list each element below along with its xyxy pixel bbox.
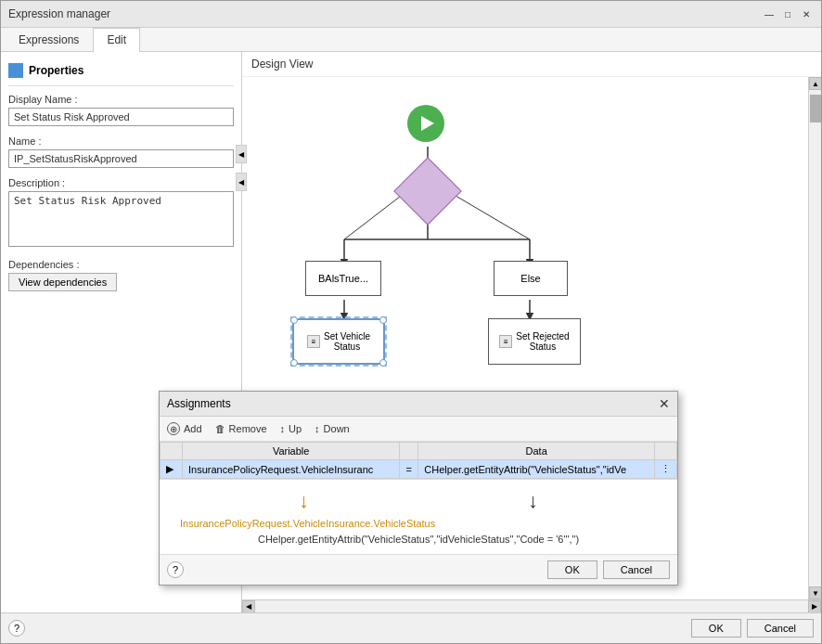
svg-line-9 xyxy=(451,193,530,239)
scroll-down-btn[interactable]: ▼ xyxy=(809,586,821,599)
dialog-help-button[interactable]: ? xyxy=(167,561,184,578)
scroll-track xyxy=(809,90,821,586)
row-data-cell[interactable]: CHelper.getEntityAttrib("VehicleStatus",… xyxy=(418,460,655,479)
conn-dot-tl xyxy=(290,316,298,324)
col-data-header: Data xyxy=(418,443,655,460)
dialog-footer-buttons: OK Cancel xyxy=(547,560,670,579)
add-icon: ⊕ xyxy=(167,422,180,435)
flow-decision-node[interactable] xyxy=(393,157,462,225)
assignments-dialog[interactable]: Assignments ✕ ⊕ Add 🗑 Remove ↕ Up ↕ xyxy=(159,391,678,586)
col-action-header xyxy=(655,443,677,460)
tab-bar: Expressions Edit xyxy=(1,28,821,52)
display-name-group: Display Name : xyxy=(8,94,234,126)
dialog-close-button[interactable]: ✕ xyxy=(659,396,670,411)
scroll-right-btn[interactable]: ▶ xyxy=(808,600,821,613)
dialog-table-area: Variable Data ▶ InsurancePolicyRequest.V… xyxy=(160,442,677,479)
dialog-title: Assignments xyxy=(167,397,231,410)
dialog-cancel-button[interactable]: Cancel xyxy=(603,560,670,579)
col-arrow-header xyxy=(161,443,183,460)
main-footer: ? OK Cancel xyxy=(1,612,821,643)
scroll-up-btn[interactable]: ▲ xyxy=(809,77,821,90)
conn-dot-br xyxy=(379,359,387,367)
main-footer-buttons: OK Cancel xyxy=(691,619,814,638)
flow-set-vehicle-node[interactable]: ≡ Set VehicleStatus xyxy=(292,318,385,365)
maximize-button[interactable]: □ xyxy=(780,6,795,21)
flow-start-node[interactable] xyxy=(407,105,444,142)
assignments-table: Variable Data ▶ InsurancePolicyRequest.V… xyxy=(160,442,677,479)
flow-else-node[interactable]: Else xyxy=(494,261,568,296)
title-bar: Expression manager — □ ✕ xyxy=(1,1,821,28)
design-view-header: Design View xyxy=(242,52,821,77)
expression-area: ↓ ↓ InsurancePolicyRequest.VehicleInsura… xyxy=(160,479,677,554)
up-icon: ↕ xyxy=(280,423,286,434)
vehicle-node-icon: ≡ xyxy=(307,335,320,348)
arrow-indicators: ↓ ↓ xyxy=(171,489,666,518)
window-title: Expression manager xyxy=(8,7,110,20)
dependencies-group: Dependencies : View dependencies xyxy=(8,259,234,291)
col-op-header xyxy=(400,443,418,460)
properties-title: Properties xyxy=(29,64,83,77)
remove-icon: 🗑 xyxy=(215,423,225,434)
bals-true-label: BAlsTrue... xyxy=(318,273,368,284)
name-group: Name : xyxy=(8,135,234,168)
start-icon xyxy=(421,116,434,131)
col-variable-header: Variable xyxy=(183,443,400,460)
collapse-arrow-1[interactable]: ◀ xyxy=(236,145,247,163)
expr-variable: InsurancePolicyRequest.VehicleInsurance.… xyxy=(171,518,666,529)
row-op-cell: = xyxy=(400,460,418,479)
display-name-input[interactable] xyxy=(8,108,234,126)
row-arrow-cell: ▶ xyxy=(161,460,183,479)
scroll-left-btn[interactable]: ◀ xyxy=(242,600,255,613)
conn-dot-tr xyxy=(379,316,387,324)
remove-button[interactable]: 🗑 Remove xyxy=(215,423,267,434)
main-window: Expression manager — □ ✕ Expressions Edi… xyxy=(0,0,822,644)
rejected-node-label: Set RejectedStatus xyxy=(516,331,569,352)
minimize-button[interactable]: — xyxy=(762,6,777,21)
main-ok-button[interactable]: OK xyxy=(691,619,741,638)
up-button[interactable]: ↕ Up xyxy=(280,423,302,434)
name-label: Name : xyxy=(8,135,234,147)
collapse-arrow-2[interactable]: ◀ xyxy=(236,173,247,191)
name-input[interactable] xyxy=(8,149,234,168)
conn-dot-bl xyxy=(290,359,298,367)
close-button[interactable]: ✕ xyxy=(799,6,814,21)
down-icon: ↕ xyxy=(315,423,320,434)
vehicle-node-label: Set VehicleStatus xyxy=(324,331,370,352)
expr-data: CHelper.getEntityAttrib("VehicleStatus",… xyxy=(171,534,666,545)
window-controls: — □ ✕ xyxy=(762,6,814,21)
rejected-node-icon: ≡ xyxy=(499,335,512,348)
dialog-titlebar: Assignments ✕ xyxy=(160,392,677,417)
view-dependencies-button[interactable]: View dependencies xyxy=(8,273,117,291)
scroll-right: ▲ ▼ xyxy=(808,77,821,599)
right-arrow-down: ↓ xyxy=(528,489,538,513)
svg-line-8 xyxy=(344,193,405,239)
down-button[interactable]: ↕ Down xyxy=(315,423,350,434)
description-group: Description : Set Status Risk Approved xyxy=(8,177,234,250)
tab-edit[interactable]: Edit xyxy=(93,28,140,52)
left-arrow-down: ↓ xyxy=(299,489,309,513)
description-textarea[interactable]: Set Status Risk Approved xyxy=(8,191,234,247)
properties-icon xyxy=(8,63,23,78)
tab-expressions[interactable]: Expressions xyxy=(5,28,93,51)
description-label: Description : xyxy=(8,177,234,188)
dialog-toolbar: ⊕ Add 🗑 Remove ↕ Up ↕ Down xyxy=(160,417,677,442)
scroll-thumb[interactable] xyxy=(810,95,821,122)
row-edit-cell[interactable]: ⋮ xyxy=(655,460,677,479)
row-arrow-icon: ▶ xyxy=(166,463,173,474)
scroll-bottom: ◀ ▶ xyxy=(242,599,821,612)
dialog-ok-button[interactable]: OK xyxy=(547,560,597,579)
properties-header: Properties xyxy=(8,59,234,86)
dialog-footer: ? OK Cancel xyxy=(160,554,677,585)
row-variable-cell[interactable]: InsurancePolicyRequest.VehicleInsuranc xyxy=(183,460,400,479)
add-button[interactable]: ⊕ Add xyxy=(167,422,202,435)
display-name-label: Display Name : xyxy=(8,94,234,105)
main-cancel-button[interactable]: Cancel xyxy=(747,619,814,638)
flow-bals-true-node[interactable]: BAlsTrue... xyxy=(305,261,381,296)
main-help-button[interactable]: ? xyxy=(8,620,25,637)
else-label: Else xyxy=(520,273,540,284)
dependencies-label: Dependencies : xyxy=(8,259,234,270)
flow-set-rejected-node[interactable]: ≡ Set RejectedStatus xyxy=(488,318,581,365)
table-row[interactable]: ▶ InsurancePolicyRequest.VehicleInsuranc… xyxy=(161,460,677,479)
